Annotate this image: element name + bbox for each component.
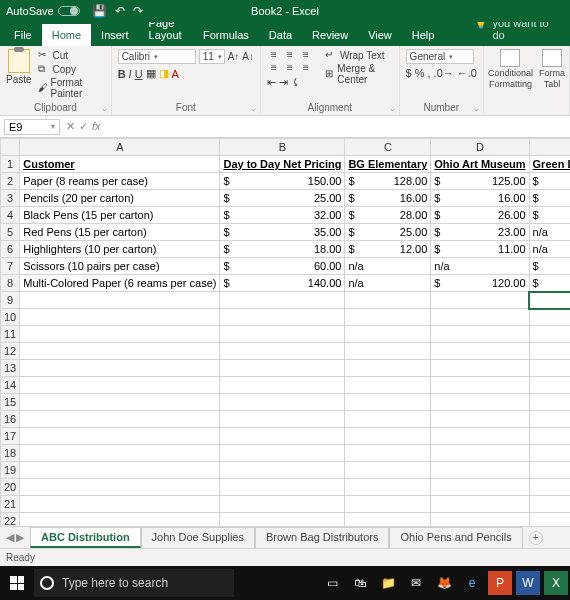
cell[interactable]: Red Pens (15 per carton) (20, 224, 220, 241)
underline-button[interactable]: U (135, 68, 143, 80)
cell[interactable]: Customer (20, 156, 220, 173)
tab-help[interactable]: Help (402, 24, 445, 46)
cancel-formula-icon[interactable]: ✕ (66, 120, 75, 133)
format-as-table-button[interactable]: Forma Tabl (539, 49, 565, 89)
cell[interactable]: Highlighters (10 per carton) (20, 241, 220, 258)
fx-icon[interactable]: fx (92, 120, 101, 133)
bold-button[interactable]: B (118, 68, 126, 80)
cell[interactable] (529, 394, 570, 411)
border-button[interactable]: ▦ (146, 67, 156, 80)
taskbar-search[interactable]: Type here to search (34, 569, 234, 597)
cell[interactable] (529, 428, 570, 445)
cell[interactable] (220, 479, 345, 496)
cell[interactable] (431, 326, 529, 343)
align-middle-icon[interactable]: ≡ (283, 49, 297, 60)
decrease-font-icon[interactable]: A↓ (242, 51, 254, 62)
cell[interactable] (345, 411, 431, 428)
row-header-5[interactable]: 5 (1, 224, 20, 241)
save-icon[interactable]: 💾 (92, 4, 107, 18)
cell[interactable]: Scissors (10 pairs per case) (20, 258, 220, 275)
row-header-6[interactable]: 6 (1, 241, 20, 258)
cell[interactable] (220, 360, 345, 377)
sheet-nav-next-icon[interactable]: ▶ (16, 531, 24, 544)
font-size-select[interactable]: 11 (199, 49, 225, 64)
tab-file[interactable]: File (4, 24, 42, 46)
align-bottom-icon[interactable]: ≡ (299, 49, 313, 60)
cell[interactable] (431, 513, 529, 527)
italic-button[interactable]: I (129, 68, 132, 80)
cell[interactable]: $125.00 (431, 173, 529, 190)
comma-button[interactable]: , (428, 67, 431, 79)
row-header-21[interactable]: 21 (1, 496, 20, 513)
cell[interactable] (529, 360, 570, 377)
autosave-toggle[interactable]: AutoSave (0, 5, 80, 17)
cell[interactable] (220, 462, 345, 479)
format-painter-button[interactable]: 🖌Format Painter (38, 77, 105, 99)
cell[interactable] (345, 496, 431, 513)
excel-icon[interactable]: X (544, 571, 568, 595)
cell[interactable] (431, 394, 529, 411)
mail-icon[interactable]: ✉ (404, 571, 428, 595)
cell[interactable] (20, 309, 220, 326)
cell[interactable] (529, 343, 570, 360)
cell[interactable] (220, 496, 345, 513)
cell[interactable] (20, 462, 220, 479)
cell[interactable]: $60.00 (220, 258, 345, 275)
copy-button[interactable]: ⧉Copy (38, 63, 105, 75)
cell[interactable] (529, 479, 570, 496)
cell[interactable] (220, 292, 345, 309)
tab-data[interactable]: Data (259, 24, 302, 46)
cell[interactable] (431, 428, 529, 445)
cell[interactable] (529, 377, 570, 394)
cell[interactable] (431, 462, 529, 479)
cell[interactable] (345, 462, 431, 479)
cell[interactable] (220, 513, 345, 527)
cell[interactable]: n/a (529, 224, 570, 241)
cell[interactable] (345, 360, 431, 377)
undo-icon[interactable]: ↶ (115, 4, 125, 18)
explorer-icon[interactable]: 📁 (376, 571, 400, 595)
cell[interactable]: n/a (431, 258, 529, 275)
add-sheet-button[interactable]: + (529, 531, 543, 545)
cell[interactable] (529, 411, 570, 428)
sheet-nav-prev-icon[interactable]: ◀ (6, 531, 14, 544)
cell[interactable] (345, 343, 431, 360)
cell[interactable] (345, 394, 431, 411)
cell[interactable]: $25.00 (345, 224, 431, 241)
cell[interactable]: $54.00 (529, 258, 570, 275)
cell[interactable] (220, 326, 345, 343)
row-header-15[interactable]: 15 (1, 394, 20, 411)
cell[interactable]: Ohio Art Museum (431, 156, 529, 173)
cell[interactable]: $16.00 (431, 190, 529, 207)
row-header-4[interactable]: 4 (1, 207, 20, 224)
cell[interactable] (345, 309, 431, 326)
cell[interactable] (220, 309, 345, 326)
select-all-corner[interactable] (1, 139, 20, 156)
row-header-12[interactable]: 12 (1, 343, 20, 360)
cell[interactable]: Pencils (20 per carton) (20, 190, 220, 207)
cell[interactable]: $25.00 (220, 190, 345, 207)
row-header-3[interactable]: 3 (1, 190, 20, 207)
align-top-icon[interactable]: ≡ (267, 49, 281, 60)
start-button[interactable] (0, 566, 34, 600)
cut-button[interactable]: ✂Cut (38, 49, 105, 61)
col-header-C[interactable]: C (345, 139, 431, 156)
cell[interactable] (220, 428, 345, 445)
cell[interactable] (431, 360, 529, 377)
font-color-button[interactable]: A (172, 68, 179, 80)
cell[interactable] (529, 496, 570, 513)
cell[interactable]: $16.00 (345, 190, 431, 207)
cell[interactable] (20, 428, 220, 445)
cell[interactable]: $120.00 (529, 275, 570, 292)
cell[interactable]: $18.00 (220, 241, 345, 258)
conditional-formatting-button[interactable]: Conditional Formatting (488, 49, 533, 89)
cell[interactable]: n/a (529, 241, 570, 258)
row-header-10[interactable]: 10 (1, 309, 20, 326)
cell[interactable] (431, 377, 529, 394)
cell[interactable] (220, 411, 345, 428)
sheet-tab[interactable]: Brown Bag Distributors (255, 527, 390, 548)
row-header-18[interactable]: 18 (1, 445, 20, 462)
row-header-11[interactable]: 11 (1, 326, 20, 343)
row-header-2[interactable]: 2 (1, 173, 20, 190)
row-header-13[interactable]: 13 (1, 360, 20, 377)
